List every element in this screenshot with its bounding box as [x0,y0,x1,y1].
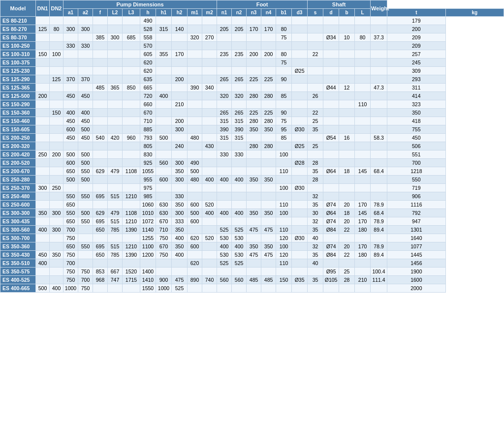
cell-b [339,17,355,25]
header-n1: n1 [217,9,232,17]
cell-dn1 [36,242,50,251]
header-d: d [323,9,339,17]
cell-n3: 350 [247,242,261,251]
table-row: ES 80-210490179 [0,17,504,25]
cell-d3 [292,251,308,259]
cell-n4 [261,67,276,75]
cell-L [355,25,371,33]
cell-dn1: 400 [36,226,50,234]
cell-b [339,117,355,125]
cell-h: 490 [140,17,156,25]
cell-b1 [276,100,292,109]
header-f: f [93,9,108,17]
cell-n4: 350 [261,242,276,251]
cell-dn1 [36,276,50,284]
cell-d3 [292,259,308,268]
cell-kg: 323 [387,100,445,109]
cell-kg: 506 [387,142,445,150]
table-row: ES 400-6655004001000750155010005252000 [0,284,504,293]
cell-d [323,284,339,293]
cell-h: 558 [140,33,156,42]
cell-dn2: 400 [50,284,63,293]
cell-L2 [108,159,123,167]
cell-h: 660 [140,100,156,109]
cell-model: ES 150-460 [0,117,36,125]
header-shaft: Shaft [308,0,371,9]
cell-t [371,67,387,75]
cell-m2: 430 [202,142,217,150]
cell-d3 [292,50,308,59]
cell-n2: 400 [232,176,247,184]
cell-n2: 320 [232,92,247,100]
cell-m2 [202,150,217,159]
cell-a2: 300 [78,25,93,33]
cell-n3 [247,201,261,209]
cell-L2 [108,284,123,293]
cell-L3: 850 [123,84,140,92]
cell-a2: 450 [78,92,93,100]
cell-model: ES 250-600 [0,201,36,209]
cell-dn1: 400 [36,259,50,268]
table-row: ES 150-460450450710200315315280280752541… [0,117,504,125]
cell-s: 25 [308,117,323,125]
table-row: ES 250-480550550695515121098533032906 [0,192,504,201]
cell-dn1 [36,201,50,209]
cell-n3: 475 [247,226,261,234]
cell-dn2: 150 [50,109,63,117]
cell-f: 629 [93,209,108,217]
cell-dn1 [36,117,50,125]
cell-L3: 1108 [123,167,140,176]
cell-n4 [261,217,276,226]
cell-h: 620 [140,67,156,75]
cell-h2: 300 [172,176,188,184]
cell-n4 [261,100,276,109]
cell-n3: 280 [247,117,261,125]
cell-h2 [172,33,188,42]
cell-h2 [172,259,188,268]
table-row: ES 150-60560050088530039039035035095Ø303… [0,125,504,134]
cell-s: 32 [308,192,323,201]
cell-L [355,159,371,167]
cell-d3 [292,42,308,50]
cell-dn1 [36,176,50,184]
cell-n4: 475 [261,226,276,234]
cell-n4: 350 [261,125,276,134]
table-row: ES 125-230620Ø25309 [0,67,504,75]
cell-L2 [108,25,123,33]
cell-n1: 400 [217,242,232,251]
cell-h2: 170 [172,50,188,59]
cell-L: 210 [355,276,371,284]
cell-n3 [247,268,261,276]
cell-h1: 630 [156,201,172,209]
cell-b1 [276,84,292,92]
cell-m2 [202,50,217,59]
cell-n4 [261,33,276,42]
cell-f: 650 [93,251,108,259]
header-l2: L2 [108,9,123,17]
cell-dn2 [50,201,63,209]
cell-n2 [232,84,247,92]
cell-h1 [156,142,172,150]
cell-b [339,150,355,159]
cell-h1 [156,33,172,42]
cell-L2: 420 [108,134,123,142]
cell-d3 [292,109,308,117]
cell-h1: 710 [156,226,172,234]
cell-d: Ø84 [323,226,339,234]
cell-n3: 350 [247,176,261,184]
cell-f [93,59,108,67]
cell-dn1 [36,33,50,42]
cell-L [355,109,371,117]
header-kg: kg [445,9,504,17]
cell-a2 [78,226,93,234]
cell-a1: 450 [63,134,78,142]
cell-L: 170 [355,242,371,251]
cell-d: Ø34 [323,33,339,42]
cell-L2 [108,17,123,25]
cell-h1 [156,75,172,84]
cell-model: ES 100-375 [0,59,36,67]
header-h2: h2 [172,9,188,17]
cell-d3 [292,84,308,92]
cell-L3 [123,100,140,109]
cell-h2 [172,150,188,159]
